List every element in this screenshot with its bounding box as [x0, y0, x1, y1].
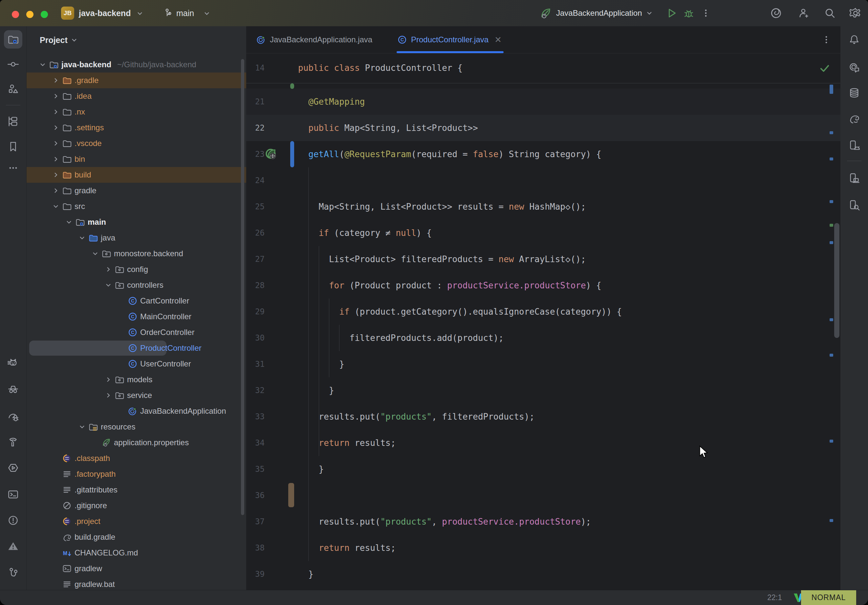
ai-cat-icon[interactable]: [4, 354, 22, 373]
error-stripe[interactable]: [828, 26, 840, 590]
line-number[interactable]: 38: [246, 535, 265, 561]
line-number[interactable]: 25: [246, 193, 265, 220]
code-line-23[interactable]: 23 getAll(@RequestParam(required = false…: [246, 141, 840, 167]
tree-item-application.properties[interactable]: application.properties: [26, 435, 246, 450]
tree-item-.project[interactable]: .project: [26, 514, 246, 529]
chevron-right-icon[interactable]: [105, 266, 112, 273]
project-view-selector[interactable]: Project: [40, 32, 78, 48]
bookmarks-icon[interactable]: [4, 138, 22, 156]
line-number[interactable]: 33: [246, 404, 265, 430]
tree-item-changelog.md[interactable]: MCHANGELOG.md: [26, 545, 246, 561]
spring-endpoint-icon[interactable]: [265, 147, 278, 161]
line-number[interactable]: 23: [246, 141, 265, 167]
code-line-30[interactable]: 30 filteredProducts.add(product);: [246, 325, 840, 351]
change-marker-modified[interactable]: [290, 141, 294, 167]
chevron-down-icon[interactable]: [65, 218, 73, 226]
branch-switcher[interactable]: main: [176, 0, 194, 26]
stripe-mark-blue[interactable]: [829, 131, 833, 134]
chevron-right-icon[interactable]: [105, 376, 112, 383]
tree-item-monostore.backend[interactable]: monostore.backend: [26, 246, 246, 261]
run-configuration-selector[interactable]: JavaBackendApplication: [556, 9, 642, 18]
stripe-mark-blue[interactable]: [829, 85, 833, 94]
zoom-window-button[interactable]: [41, 11, 48, 18]
incognito-icon[interactable]: [4, 380, 22, 398]
add-user-icon[interactable]: [797, 6, 810, 20]
line-number[interactable]: 39: [246, 561, 265, 587]
chevron-right-icon[interactable]: [52, 77, 59, 84]
code-line-33[interactable]: 33 results.put("products", filteredProdu…: [246, 404, 840, 430]
caret-position[interactable]: 22:1: [767, 590, 782, 605]
gradle-icon[interactable]: [845, 109, 863, 128]
tree-item-models[interactable]: models: [26, 372, 246, 387]
stripe-mark-blue[interactable]: [829, 519, 833, 522]
minimize-window-button[interactable]: [26, 11, 34, 18]
code-line-27[interactable]: 27 List<Product> filteredProducts = new …: [246, 246, 840, 272]
code-line-35[interactable]: 35 }: [246, 456, 840, 482]
change-marker-added[interactable]: [290, 84, 294, 89]
code-line-21[interactable]: 21 @GetMapping: [246, 88, 840, 115]
stripe-mark-blue[interactable]: [829, 241, 833, 244]
tree-item-main[interactable]: main: [26, 214, 246, 230]
stripe-mark-green[interactable]: [829, 224, 833, 227]
code-line-37[interactable]: 37 results.put("products", productServic…: [246, 509, 840, 535]
line-number[interactable]: 29: [246, 299, 265, 325]
tree-item-controllers[interactable]: controllers: [26, 277, 246, 293]
settings-icon[interactable]: [849, 6, 862, 20]
tree-item-productcontroller[interactable]: CProductController: [26, 340, 246, 356]
debug-icon[interactable]: [682, 6, 695, 20]
tree-item-.gitattributes[interactable]: .gitattributes: [26, 482, 246, 498]
close-window-button[interactable]: [12, 11, 19, 18]
line-number[interactable]: 35: [246, 456, 265, 482]
code-line-38[interactable]: 38 return results;: [246, 535, 840, 561]
line-number[interactable]: 32: [246, 377, 265, 404]
line-number[interactable]: 24: [246, 167, 265, 193]
chevron-down-icon[interactable]: [91, 250, 99, 257]
editor-layout-icon[interactable]: [4, 112, 22, 131]
tree-item-build[interactable]: build: [26, 167, 246, 183]
stripe-mark-blue[interactable]: [829, 318, 833, 321]
code-line-22[interactable]: 22 public Map<String, List<Product>>: [246, 115, 840, 141]
tree-item-ordercontroller[interactable]: COrderController: [26, 325, 246, 340]
git-branch-icon[interactable]: [4, 563, 22, 582]
project-folder-icon[interactable]: [4, 30, 22, 48]
line-number[interactable]: 31: [246, 351, 265, 377]
search-icon[interactable]: [823, 6, 837, 20]
tab-javabackendapplication-java[interactable]: JavaBackendApplication.java: [256, 26, 372, 53]
tree-item-.vscode[interactable]: .vscode: [26, 136, 246, 151]
code-line-28[interactable]: 28 for (Product product : productService…: [246, 272, 840, 299]
tree-item-src[interactable]: src: [26, 198, 246, 214]
profiler-icon[interactable]: [4, 407, 22, 426]
ai-assistant-icon[interactable]: [769, 6, 783, 20]
code-line-39[interactable]: 39 }: [246, 561, 840, 587]
line-number[interactable]: 21: [246, 88, 265, 115]
line-number[interactable]: 37: [246, 509, 265, 535]
tree-item-service[interactable]: service: [26, 387, 246, 403]
line-number[interactable]: 26: [246, 220, 265, 246]
code-line-29[interactable]: 29 if (product.getCategory().equalsIgnor…: [246, 299, 840, 325]
device-mirror-icon[interactable]: [845, 169, 863, 187]
line-number[interactable]: 28: [246, 272, 265, 299]
terminal-icon[interactable]: [4, 485, 22, 504]
line-number[interactable]: 36: [246, 482, 265, 509]
chevron-right-icon[interactable]: [52, 187, 59, 194]
line-number[interactable]: 27: [246, 246, 265, 272]
tree-item-java[interactable]: java: [26, 230, 246, 246]
tab-productcontroller-java[interactable]: CProductController.java✕: [397, 26, 502, 53]
code-viewport[interactable]: 21 @GetMapping22 public Map<String, List…: [246, 84, 840, 590]
code-line-36[interactable]: 36: [246, 482, 840, 509]
line-number[interactable]: 34: [246, 430, 265, 456]
close-icon[interactable]: ✕: [494, 35, 502, 45]
chevron-down-icon[interactable]: [105, 282, 112, 289]
more-icon[interactable]: [699, 6, 712, 20]
more-tools-icon[interactable]: [4, 159, 22, 177]
tree-scrollbar[interactable]: [241, 59, 244, 515]
chevron-right-icon[interactable]: [52, 140, 59, 147]
stripe-mark-blue[interactable]: [829, 200, 833, 203]
tree-item-.classpath[interactable]: .classpath: [26, 450, 246, 466]
chevron-right-icon[interactable]: [52, 171, 59, 178]
stripe-mark-blue[interactable]: [829, 354, 833, 357]
code-line-31[interactable]: 31 }: [246, 351, 840, 377]
line-number[interactable]: 30: [246, 325, 265, 351]
tree-item-java-backend[interactable]: java-backend~/Github/java-backend: [26, 57, 246, 73]
chevron-down-icon[interactable]: [39, 61, 46, 68]
